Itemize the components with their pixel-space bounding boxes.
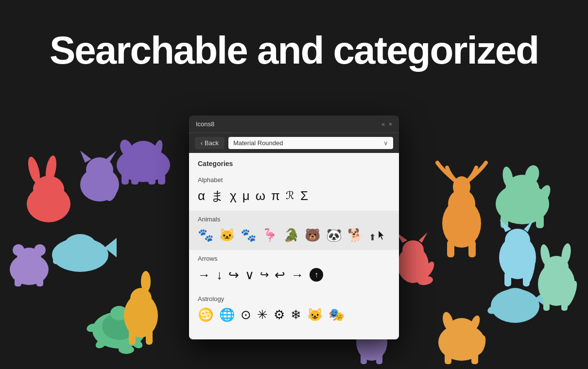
- panel-toolbar: ‹ Back Material Rounded ∨: [189, 133, 399, 153]
- icon-arrow-redo[interactable]: ↪: [260, 269, 269, 280]
- svg-rect-59: [447, 240, 454, 257]
- icon-arrow-down[interactable]: ↓: [216, 268, 223, 281]
- icon-gear[interactable]: ⚙: [274, 308, 285, 321]
- icon-omega[interactable]: ω: [256, 189, 265, 202]
- svg-point-36: [119, 345, 134, 354]
- svg-rect-15: [131, 174, 138, 184]
- svg-rect-85: [561, 299, 568, 311]
- icon-arrow-curved[interactable]: ↪: [228, 268, 239, 281]
- icon-snowflake[interactable]: ❄: [291, 308, 301, 321]
- svg-point-50: [505, 229, 530, 252]
- icon-mu[interactable]: μ: [242, 189, 250, 202]
- svg-rect-78: [471, 352, 478, 364]
- svg-rect-84: [543, 299, 550, 311]
- icon-script-r[interactable]: ℛ: [286, 190, 294, 201]
- svg-rect-27: [15, 278, 21, 286]
- svg-marker-7: [80, 151, 91, 163]
- animal-cat-mint: [530, 238, 583, 311]
- category-icons-animals: 🐾 🐱 🐾 🦩 🐊 🐻 🐼 🐕: [189, 226, 399, 244]
- back-label: Back: [205, 139, 219, 147]
- svg-point-62: [402, 240, 424, 260]
- category-name-astrology: Astrology: [189, 290, 399, 305]
- animal-whale-blue: [49, 228, 117, 277]
- animal-dog-orange: [432, 306, 491, 364]
- icon-crocodile[interactable]: 🐊: [283, 229, 299, 241]
- icon-bear[interactable]: 🐻: [305, 229, 320, 241]
- svg-marker-51: [500, 219, 511, 232]
- chevron-down-icon: ∨: [383, 139, 388, 147]
- titlebar-controls: « ×: [381, 121, 392, 128]
- category-icons-astrology: ♋ 🌐 ⊙ ✳ ⚙ ❄ 😺 🎭: [189, 305, 399, 324]
- svg-rect-14: [121, 172, 129, 184]
- svg-rect-91: [376, 353, 382, 364]
- panel-titlebar: Icons8 « ×: [189, 116, 399, 133]
- svg-rect-60: [468, 240, 476, 257]
- animal-creature-orange: [119, 267, 163, 345]
- svg-rect-17: [158, 174, 165, 184]
- icon-cat-astro[interactable]: 😺: [307, 308, 323, 321]
- icon-arrow-up-circle[interactable]: ↑: [310, 268, 323, 282]
- category-name-arrows: Arrows: [189, 250, 399, 265]
- icon-face-astro[interactable]: 🎭: [329, 308, 344, 321]
- icon-globe-dots[interactable]: 🌐: [219, 308, 235, 321]
- svg-rect-40: [129, 328, 136, 345]
- icon-arrow-right[interactable]: →: [198, 268, 210, 281]
- icon-pawprint[interactable]: 🐾: [241, 229, 256, 241]
- animal-dog-purple: [112, 136, 175, 184]
- icon-target[interactable]: ⊙: [241, 308, 251, 321]
- category-name-alphabet: Alphabet: [189, 171, 399, 186]
- svg-point-25: [13, 244, 24, 256]
- svg-rect-90: [361, 353, 367, 364]
- categories-header: Categories: [189, 153, 399, 171]
- chevron-left-icon: ‹: [201, 140, 203, 147]
- svg-rect-77: [445, 352, 451, 364]
- svg-rect-28: [36, 278, 43, 286]
- svg-rect-41: [146, 328, 153, 345]
- animal-moose-orange: [432, 160, 491, 257]
- svg-marker-64: [419, 232, 428, 243]
- icon-dog[interactable]: 🐕: [347, 229, 363, 241]
- icon-arrow-right2[interactable]: →: [291, 268, 304, 281]
- icon-flamingo[interactable]: 🦩: [262, 229, 277, 241]
- close-button[interactable]: ×: [389, 121, 392, 128]
- collapse-button[interactable]: «: [381, 121, 385, 128]
- category-astrology: Astrology ♋ 🌐 ⊙ ✳ ⚙ ❄ 😺 🎭: [189, 290, 399, 330]
- icon-pi[interactable]: π: [271, 189, 280, 202]
- icon-chevron-down[interactable]: ∨: [245, 268, 254, 281]
- category-arrows: Arrows → ↓ ↪ ∨ ↪ ↩ → ↑: [189, 250, 399, 290]
- svg-rect-16: [148, 172, 156, 184]
- svg-point-26: [34, 244, 46, 256]
- icon-star-asterisk[interactable]: ✳: [257, 308, 268, 321]
- icon-bear-paw[interactable]: 🐾: [198, 229, 213, 241]
- categories-panel[interactable]: Categories Alphabet α ま χ μ ω π ℛ Σ Anim…: [189, 153, 399, 339]
- category-alphabet: Alphabet α ま χ μ ω π ℛ Σ: [189, 171, 399, 211]
- ui-panel: Icons8 « × ‹ Back Material Rounded ∨ Cat…: [189, 116, 399, 339]
- animal-rabbit-red: [19, 155, 78, 223]
- svg-point-19: [63, 234, 97, 261]
- panel-title: Icons8: [196, 120, 214, 128]
- animal-bear-purple: [5, 238, 53, 286]
- style-selector[interactable]: Material Rounded ∨: [228, 137, 393, 149]
- svg-point-38: [130, 288, 152, 309]
- icon-cat-face[interactable]: 🐱: [219, 229, 235, 241]
- icon-chi[interactable]: χ: [230, 189, 237, 202]
- svg-point-69: [501, 288, 530, 312]
- icon-arrow-undo[interactable]: ↩: [275, 268, 285, 281]
- svg-point-39: [141, 271, 151, 292]
- category-icons-alphabet: α ま χ μ ω π ℛ Σ: [189, 186, 399, 205]
- mouse-cursor: ⬆: [369, 231, 385, 243]
- icon-sigma[interactable]: Σ: [300, 189, 308, 202]
- svg-marker-52: [524, 219, 534, 232]
- category-name-animals: Animals: [189, 211, 399, 226]
- category-icons-arrows: → ↓ ↪ ∨ ↪ ↩ → ↑: [189, 265, 399, 285]
- style-name: Material Rounded: [233, 139, 283, 147]
- back-button[interactable]: ‹ Back: [195, 137, 225, 149]
- icon-alpha[interactable]: α: [198, 189, 205, 202]
- page-heading: Searchable and categorized: [0, 29, 588, 72]
- icon-ma[interactable]: ま: [211, 189, 224, 202]
- category-animals: Animals 🐾 🐱 🐾 🦩 🐊 🐻 🐼 🐕 ⬆: [189, 211, 399, 250]
- icon-cancer[interactable]: ♋: [198, 308, 213, 321]
- icon-panda[interactable]: 🐼: [326, 229, 342, 241]
